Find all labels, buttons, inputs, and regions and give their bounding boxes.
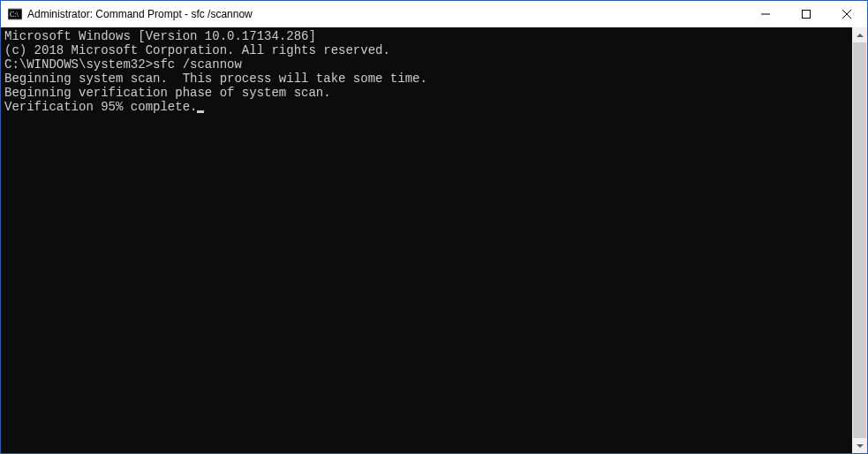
terminal-output[interactable]: Microsoft Windows [Version 10.0.17134.28… (1, 27, 852, 453)
command-text: sfc /scannow (153, 57, 242, 72)
close-button[interactable] (826, 1, 867, 27)
output-line: Verification 95% complete. (4, 100, 849, 114)
minimize-button[interactable] (745, 1, 786, 27)
svg-marker-7 (857, 444, 864, 448)
terminal-area: Microsoft Windows [Version 10.0.17134.28… (1, 27, 867, 453)
vertical-scrollbar[interactable] (852, 27, 867, 453)
scroll-up-button[interactable] (852, 27, 867, 42)
window-title: Administrator: Command Prompt - sfc /sca… (27, 8, 745, 20)
output-line: (c) 2018 Microsoft Corporation. All righ… (4, 43, 849, 57)
scroll-thumb[interactable] (853, 42, 866, 438)
window-controls (745, 1, 867, 27)
output-line: Beginning verification phase of system s… (4, 86, 849, 100)
svg-text:C:\: C:\ (10, 11, 19, 19)
maximize-button[interactable] (786, 1, 826, 27)
prompt: C:\WINDOWS\system32> (4, 57, 153, 72)
scroll-track[interactable] (852, 42, 867, 438)
svg-rect-3 (803, 11, 811, 19)
prompt-line: C:\WINDOWS\system32>sfc /scannow (4, 57, 849, 72)
svg-marker-6 (857, 34, 864, 37)
command-prompt-window: C:\ Administrator: Command Prompt - sfc … (0, 0, 868, 454)
cursor-icon (197, 110, 204, 113)
cmd-icon: C:\ (8, 7, 22, 21)
output-line: Beginning system scan. This process will… (4, 72, 849, 86)
scroll-down-button[interactable] (852, 438, 867, 453)
titlebar[interactable]: C:\ Administrator: Command Prompt - sfc … (1, 1, 867, 27)
output-line: Microsoft Windows [Version 10.0.17134.28… (4, 29, 849, 43)
